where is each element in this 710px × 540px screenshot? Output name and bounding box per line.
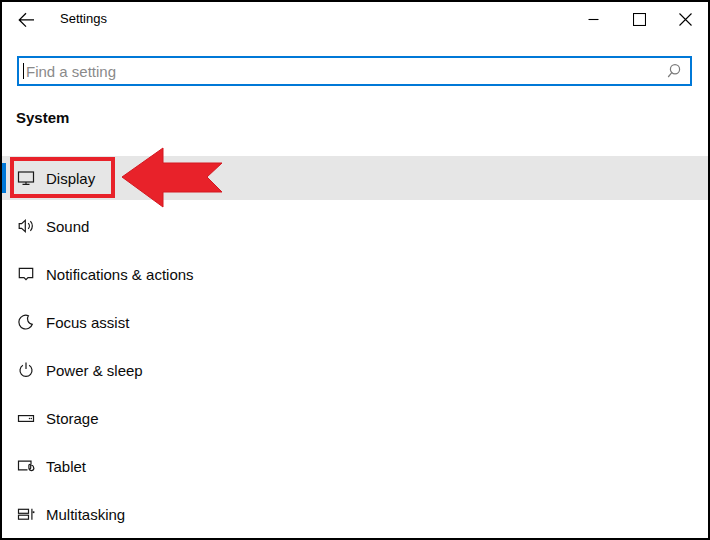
maximize-icon <box>633 13 646 26</box>
monitor-icon <box>17 169 35 187</box>
nav-label: Focus assist <box>46 314 129 331</box>
settings-nav-list: Display Sound Notifications & actions Fo… <box>2 156 708 540</box>
power-icon <box>17 361 35 379</box>
maximize-button[interactable] <box>616 2 662 36</box>
search-icon[interactable] <box>667 63 683 80</box>
sidebar-item-display[interactable]: Display <box>2 156 708 200</box>
close-button[interactable] <box>662 2 708 36</box>
search-input[interactable] <box>19 58 690 84</box>
speech-bubble-icon <box>17 265 35 283</box>
nav-label: Multitasking <box>46 506 125 523</box>
drive-icon <box>17 409 35 427</box>
nav-label: Power & sleep <box>46 362 143 379</box>
speaker-icon <box>17 217 35 235</box>
section-heading: System <box>16 109 69 126</box>
sidebar-item-power-sleep[interactable]: Power & sleep <box>2 348 708 392</box>
nav-label: Sound <box>46 218 89 235</box>
sidebar-item-focus-assist[interactable]: Focus assist <box>2 300 708 344</box>
sidebar-item-notifications[interactable]: Notifications & actions <box>2 252 708 296</box>
selected-accent-bar <box>2 163 6 193</box>
back-arrow-icon <box>17 11 36 29</box>
minimize-button[interactable] <box>570 2 616 36</box>
minimize-icon <box>588 14 599 25</box>
crescent-moon-icon <box>17 313 35 331</box>
window-title: Settings <box>60 11 107 26</box>
nav-label: Tablet <box>46 458 86 475</box>
nav-label: Display <box>46 170 95 187</box>
sidebar-item-multitasking[interactable]: Multitasking <box>2 492 708 536</box>
nav-label: Storage <box>46 410 99 427</box>
search-box <box>17 56 692 86</box>
text-caret <box>23 63 24 79</box>
back-button[interactable] <box>12 7 40 33</box>
multitask-panes-icon <box>17 505 35 523</box>
close-icon <box>679 13 692 26</box>
nav-label: Notifications & actions <box>46 266 194 283</box>
sidebar-item-tablet[interactable]: Tablet <box>2 444 708 488</box>
sidebar-item-sound[interactable]: Sound <box>2 204 708 248</box>
tablet-touch-icon <box>17 457 35 475</box>
settings-window: Settings <box>0 0 710 540</box>
window-controls <box>570 2 708 36</box>
titlebar: Settings <box>2 2 708 38</box>
sidebar-item-storage[interactable]: Storage <box>2 396 708 440</box>
